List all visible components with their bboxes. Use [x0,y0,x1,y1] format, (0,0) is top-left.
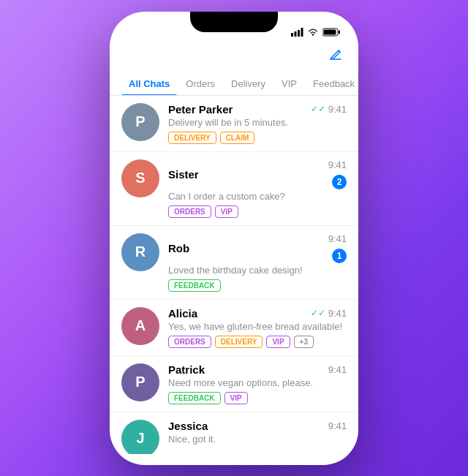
tag-claim: CLAIM [220,132,255,144]
chat-content: Patrick9:41Need more vegan options, plea… [168,363,347,404]
tab-delivery[interactable]: Delivery [224,72,273,95]
battery-icon [322,28,341,37]
chat-name: Sister [168,168,199,181]
chat-name: Alicia [168,307,197,320]
tab-feedback[interactable]: Feedback [306,72,358,95]
svg-rect-7 [324,29,336,34]
tag-delivery: DELIVERY [168,132,216,144]
chat-message: Can I order a custom cake? [168,191,347,202]
tag-more: +3 [294,336,314,348]
svg-rect-3 [301,28,303,37]
chat-item[interactable]: SSister9:412Can I order a custom cake?OR… [110,152,358,226]
chat-time: 9:41 [328,233,347,244]
chat-message: Delivery will be in 5 minutes. [168,117,347,128]
svg-rect-0 [291,33,293,37]
signal-icon [291,28,303,37]
svg-rect-2 [298,30,300,37]
tag-feedback: FEEDBACK [168,392,221,404]
chat-tags: FEEDBACK [168,279,347,292]
time-wrapper: 9:41 [328,233,347,244]
status-icons [291,28,341,37]
chat-name: Peter Parker [168,103,233,116]
chat-right: ✓✓9:41 [311,104,347,115]
wifi-icon [307,28,319,37]
unread-badge: 2 [332,175,347,189]
phone-frame: All Chats Orders Delivery VIP Feedback P… [110,12,358,465]
chat-content: Jessica9:41Nice, got it. [168,420,347,448]
time-wrapper: 9:41 [328,420,347,431]
tag-vip: VIP [266,336,290,348]
tab-vip[interactable]: VIP [274,72,304,95]
chat-message: Nice, got it. [168,434,347,445]
chat-tags: ORDERSDELIVERYVIP+3 [168,336,347,348]
time-wrapper: 9:41 [328,364,347,375]
unread-badge: 1 [332,249,347,263]
time-wrapper: ✓✓9:41 [311,308,347,319]
chat-name: Jessica [168,420,208,432]
chat-right: ✓✓9:41 [311,308,347,319]
chat-tags: DELIVERYCLAIM [168,132,347,144]
svg-rect-1 [295,31,297,37]
chat-item[interactable]: PPatrick9:41Need more vegan options, ple… [110,356,358,412]
avatar: A [121,307,159,345]
tabs-bar: All Chats Orders Delivery VIP Feedback [110,72,358,96]
chat-message: Need more vegan options, please. [168,377,347,388]
chat-item[interactable]: AAlicia✓✓9:41Yes, we have gluten-free br… [110,300,358,356]
chat-right: 9:412 [328,159,347,189]
avatar: P [121,103,159,141]
chat-time: 9:41 [328,104,347,115]
avatar: J [121,420,159,454]
avatar: R [121,233,159,271]
chat-content: Rob9:411Loved the birthday cake design!F… [168,233,347,292]
compose-button[interactable] [328,47,344,67]
read-tick: ✓✓ [311,308,325,318]
time-wrapper: ✓✓9:41 [311,104,347,115]
tag-orders: ORDERS [168,205,211,218]
chat-name: Rob [168,242,189,254]
chat-list: PPeter Parker✓✓9:41Delivery will be in 5… [110,96,358,454]
chat-tags: ORDERSVIP [168,205,347,218]
chat-message: Yes, we have gluten-free bread available… [168,321,347,332]
compose-icon [328,47,344,63]
chat-name: Patrick [168,363,205,376]
chat-content: Peter Parker✓✓9:41Delivery will be in 5 … [168,103,347,144]
tag-feedback: FEEDBACK [168,279,221,292]
chat-time: 9:41 [328,159,347,170]
header [110,44,358,72]
chat-tags: FEEDBACKVIP [168,392,347,404]
svg-point-4 [312,34,314,36]
chat-time: 9:41 [328,308,347,319]
tag-vip: VIP [215,205,238,218]
time-wrapper: 9:41 [328,159,347,170]
tag-vip: VIP [224,392,248,404]
tag-orders: ORDERS [168,336,211,348]
chat-item[interactable]: JJessica9:41Nice, got it. [110,412,358,454]
chat-time: 9:41 [328,420,347,431]
chat-content: Sister9:412Can I order a custom cake?ORD… [168,159,347,218]
chat-time: 9:41 [328,364,347,375]
chat-message: Loved the birthday cake design! [168,265,347,276]
notch [190,12,278,32]
tab-orders[interactable]: Orders [178,72,222,95]
chat-right: 9:411 [328,233,347,263]
svg-rect-6 [339,30,340,34]
avatar: S [121,159,159,197]
chat-right: 9:41 [328,420,347,431]
chat-item[interactable]: RRob9:411Loved the birthday cake design!… [110,226,358,300]
chat-right: 9:41 [328,364,347,375]
chat-item[interactable]: PPeter Parker✓✓9:41Delivery will be in 5… [110,96,358,152]
tab-all-chats[interactable]: All Chats [121,72,177,95]
read-tick: ✓✓ [311,104,325,114]
tag-delivery: DELIVERY [215,336,263,348]
avatar: P [121,363,159,401]
chat-content: Alicia✓✓9:41Yes, we have gluten-free bre… [168,307,347,348]
